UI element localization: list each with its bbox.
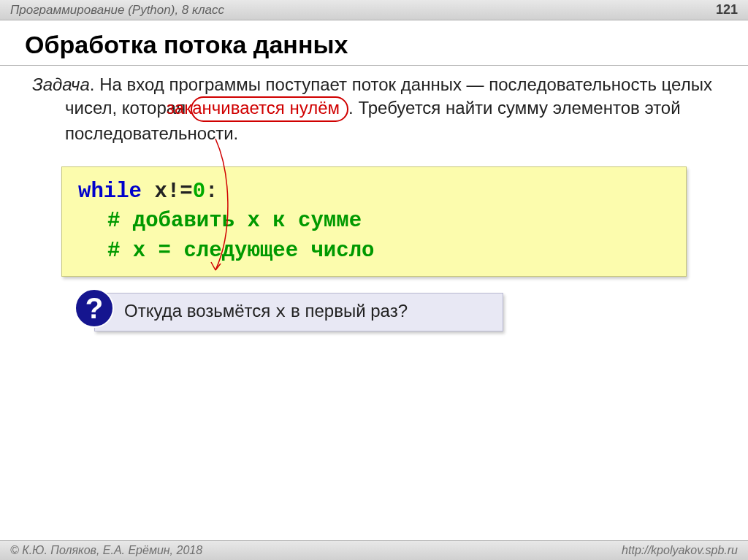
code-colon: : xyxy=(205,180,218,204)
keyword-while: while xyxy=(78,180,142,204)
code-block: while x!=0: # добавить x к сумме # x = с… xyxy=(61,166,687,277)
code-line-2: # добавить x к сумме xyxy=(78,207,670,237)
question-icon: ? xyxy=(75,288,114,328)
task-label: Задача xyxy=(32,74,90,94)
footer-copyright: © К.Ю. Поляков, Е.А. Ерёмин, 2018 xyxy=(10,544,202,557)
question-before: Откуда возьмётся xyxy=(124,301,275,321)
question-box: Откуда возьмётся x в первый раз? xyxy=(94,293,503,331)
task-text: Задача. На вход программы поступает пото… xyxy=(32,73,716,146)
header-bar: Программирование (Python), 8 класс 121 xyxy=(0,0,748,20)
code-zero: 0 xyxy=(193,180,205,204)
code-line-1: while x!=0: xyxy=(78,177,670,207)
footer-url: http://kpolyakov.spb.ru xyxy=(622,544,738,557)
question-after: в первый раз? xyxy=(286,301,408,321)
highlighted-condition: заканчивается нулём xyxy=(191,96,348,122)
code-line-3: # x = следующее число xyxy=(78,237,670,266)
footer-bar: © К.Ю. Поляков, Е.А. Ерёмин, 2018 http:/… xyxy=(0,540,748,560)
slide-title: Обработка потока данных xyxy=(0,20,748,66)
code-condition: x!= xyxy=(142,180,193,204)
question-row: ? Откуда возьмётся x в первый раз? xyxy=(94,293,687,331)
page-number: 121 xyxy=(716,2,738,18)
course-title: Программирование (Python), 8 класс xyxy=(10,3,224,18)
content-area: Задача. На вход программы поступает пото… xyxy=(0,66,748,339)
question-var: x xyxy=(275,302,286,322)
